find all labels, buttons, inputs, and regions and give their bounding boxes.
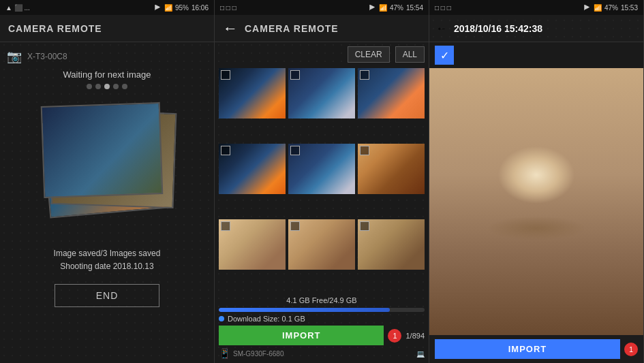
phone-icon: 📱 [219,348,230,359]
battery-text-3: 47% [604,4,618,12]
cup-photo [429,68,643,335]
icons-2: □ □ □ [220,4,236,12]
photo-stack [32,97,182,234]
import-bottom-row: IMPORT 1 [429,335,643,363]
grid-cell-1[interactable] [219,68,286,119]
datetime-title: 2018/10/16 15:42:38 [454,23,542,34]
shooting-date: Shooting date 2018.10.13 [60,262,153,271]
clear-button[interactable]: CLEAR [348,46,390,63]
download-dot [219,316,224,321]
checkbox-4[interactable] [221,146,230,155]
toolbar-row: CLEAR ALL [219,46,425,63]
status-right-1: ⯈ 📶 95% 16:06 [155,4,209,12]
storage-progress [219,308,425,312]
status-bar-1: ▲ ⬛ ... ⯈ 📶 95% 16:06 [0,0,214,15]
dot-5 [122,84,127,89]
photo-grid [219,68,425,292]
dot-3 [104,84,110,89]
main-photo [429,68,643,335]
panel-detail: □ □ □ ⯈ 📶 47% 15:53 ← 2018/10/16 15:42:3… [429,0,644,363]
grid-cell-3[interactable] [358,68,425,119]
app-title-1: CAMERA REMOTE [8,23,102,34]
storage-info: 4.1 GB Free/24.9 GB [219,296,425,304]
appbar-2[interactable]: ← CAMERA REMOTE [215,15,429,42]
appbar-1: CAMERA REMOTE [0,15,214,42]
end-button[interactable]: END [55,284,160,307]
signal-icon: 📶 [164,4,172,12]
bluetooth-icon: ⯈ [155,4,162,12]
status-left-3: □ □ □ [435,4,451,12]
status-bar-2: □ □ □ ⯈ 📶 47% 15:54 [215,0,429,15]
status-left-2: □ □ □ [220,4,236,12]
grid-cell-2[interactable] [288,68,355,119]
waiting-text: Waiting for next image [63,69,151,80]
grid-cell-7[interactable] [219,219,286,270]
grid-cell-8[interactable] [288,219,355,270]
dot-4 [113,84,119,89]
import-row: IMPORT 1 1/894 [219,326,425,345]
wifi-icon-2: 📶 [379,4,387,12]
grid-cell-4[interactable] [219,144,286,194]
back-button-2[interactable]: ← [223,20,238,37]
checkbox-row: ✓ [429,42,643,68]
checkbox-5[interactable] [290,146,300,155]
checkbox-3[interactable] [360,70,369,80]
import-button-3[interactable]: IMPORT [435,339,620,359]
panel-waiting: ▲ ⬛ ... ⯈ 📶 95% 16:06 CAMERA REMOTE 📷 X-… [0,0,215,363]
grid-cell-5[interactable] [288,144,355,194]
time-2: 15:54 [406,4,423,12]
notification-icons: ▲ ⬛ ... [5,4,30,12]
device-name-2: SM-G930F-6680 [233,350,283,358]
tablet-icon: 💻 [416,350,425,358]
grid-cell-6[interactable] [358,144,425,194]
checkbox-7[interactable] [221,221,230,231]
dot-1 [87,84,92,89]
panel1-content: 📷 X-T3-00C8 Waiting for next image Image… [0,42,214,363]
wifi-icon-3: 📶 [594,4,602,12]
bottom-text: Image saved/3 Images saved Shooting date… [54,247,161,273]
bluetooth-icon-2: ⯈ [369,4,376,12]
progress-fill [219,308,390,312]
panel2-content: CLEAR ALL [215,42,429,363]
dot-2 [95,84,101,89]
import-badge-2: 1 [388,329,401,343]
status-right-2: ⯈ 📶 47% 15:54 [369,4,423,12]
device-row-2: 📱 SM-G930F-6680 💻 [219,348,425,359]
import-badge-3: 1 [624,343,638,356]
grid-cell-9[interactable] [358,219,425,270]
status-bar-3: □ □ □ ⯈ 📶 47% 15:53 [429,0,643,15]
page-count: 1/894 [405,332,425,340]
saved-text: Image saved/3 Images saved [54,249,161,258]
pagination-dots [87,84,127,89]
battery-text-1: 95% [175,4,189,12]
app-title-2: CAMERA REMOTE [245,23,339,34]
checkbox-1[interactable] [221,70,230,80]
time-3: 15:53 [621,4,638,12]
checkbox-6[interactable] [360,146,369,155]
battery-text-2: 47% [390,4,403,12]
panel-gallery: □ □ □ ⯈ 📶 47% 15:54 ← CAMERA REMOTE CLEA… [215,0,429,363]
status-right-3: ⯈ 📶 47% 15:53 [584,4,638,12]
time-1: 16:06 [191,4,209,12]
bluetooth-icon-3: ⯈ [584,4,591,12]
appbar-3: ← 2018/10/16 15:42:38 [429,15,643,42]
camera-icon: 📷 [7,49,22,64]
checkbox-9[interactable] [360,221,369,231]
checkbox-2[interactable] [290,70,300,80]
selected-checkbox[interactable]: ✓ [435,46,454,65]
download-row: Download Size: 0.1 GB [219,315,425,323]
import-button-2[interactable]: IMPORT [219,326,384,345]
icons-3: □ □ □ [435,4,451,12]
device-name-1: X-T3-00C8 [27,52,67,61]
panel3-photo-area: IMPORT 1 [429,68,643,363]
back-button-3[interactable]: ← [436,22,447,35]
download-text: Download Size: 0.1 GB [228,315,305,323]
photo-card-3 [41,102,164,198]
status-left-1: ▲ ⬛ ... [5,4,30,12]
device-row: 📷 X-T3-00C8 [7,49,207,64]
all-button[interactable]: ALL [395,46,425,63]
checkbox-8[interactable] [290,221,300,231]
